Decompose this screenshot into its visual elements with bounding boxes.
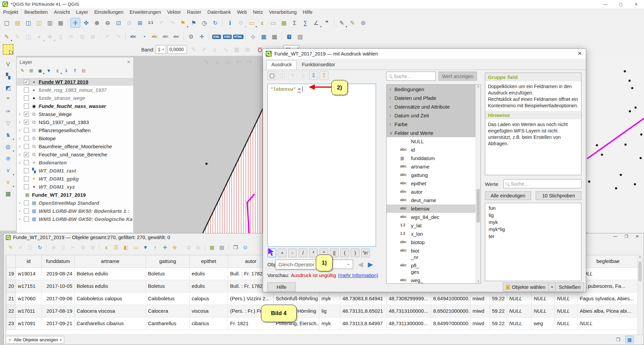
values-search[interactable] — [503, 179, 581, 188]
deselect-all[interactable]: ▭ — [131, 243, 140, 252]
expand-chevron-icon[interactable]: › — [19, 119, 24, 125]
add-vector-tile-layer[interactable]: ∨ — [2, 165, 14, 176]
layer-checkbox[interactable] — [24, 176, 29, 181]
vertex-tool[interactable]: ✚ — [45, 32, 55, 42]
filter-form[interactable]: ▼ — [141, 243, 150, 252]
layer-item[interactable]: › Feuchte_und_nasse_Bereiche — [17, 150, 133, 158]
filter-legend[interactable]: ▼ — [45, 67, 53, 75]
select-features-button[interactable]: εObjekte wählen ▼ — [503, 282, 556, 292]
layer-item[interactable]: Funde_feucht_nass_wasser — [17, 102, 133, 110]
previous-feature-icon[interactable]: ◀ — [358, 260, 363, 268]
plugin-extra[interactable]: ▨ — [295, 32, 305, 42]
operator-button[interactable]: - — [288, 248, 297, 257]
minimize-icon[interactable]: — — [598, 0, 613, 8]
field-item[interactable]: wgs_84_dec — [387, 213, 481, 221]
raster-add[interactable]: ⊞ — [242, 44, 253, 54]
kml-export[interactable]: KML — [212, 32, 222, 42]
add-wms-layer[interactable]: ◍ — [2, 141, 14, 152]
invert-selection[interactable]: ◧ — [121, 243, 130, 252]
paste-layer[interactable]: ⊞ — [194, 243, 203, 252]
layer-checkbox[interactable] — [24, 217, 29, 222]
column-header[interactable]: begleitbae — [578, 255, 638, 267]
measure[interactable]: ∠ — [311, 18, 321, 28]
next-feature-icon[interactable]: ▶ — [368, 260, 373, 268]
mesh-tools[interactable]: ▩ — [269, 32, 279, 42]
copy-features[interactable]: ⧉ — [78, 243, 87, 252]
menu-item[interactable]: Erweiterungen — [126, 9, 164, 15]
layer-item[interactable]: › WMS LGRB-BW BK50: Bodenkarte 1 : — [17, 207, 133, 215]
form-view[interactable]: ❐ — [614, 336, 622, 343]
function-search-input[interactable] — [394, 74, 435, 79]
remove-layer[interactable]: ⊟ — [80, 67, 88, 75]
save-project-as[interactable]: ◫ — [34, 18, 44, 28]
more-info-link[interactable]: (mehr Information) — [338, 273, 378, 278]
field-item[interactable]: x_lon — [387, 230, 481, 238]
import-expressions[interactable]: ⇩ — [309, 71, 318, 80]
temporal-controller[interactable]: ◷ — [199, 18, 210, 28]
zoom-to-selection[interactable]: ⊙ — [124, 18, 134, 28]
zoom-to-selection[interactable]: ⊕ — [170, 243, 179, 252]
table-view[interactable]: ▦ — [625, 336, 634, 343]
save-project[interactable]: ◫ — [23, 18, 33, 28]
expand-chevron-icon[interactable]: › — [19, 144, 24, 149]
operator-button[interactable]: ( — [340, 248, 349, 257]
field-item[interactable]: artname — [387, 162, 481, 171]
georeferencer[interactable]: ✛ — [197, 32, 207, 42]
field-item[interactable]: deut_name — [387, 196, 481, 204]
layer-checkbox[interactable] — [24, 104, 29, 109]
layer-item[interactable]: Funde_WT_2017_2019 — [17, 191, 133, 199]
add-group[interactable]: ⊞ — [27, 67, 35, 75]
values-search-input[interactable] — [511, 181, 581, 187]
field-calculator[interactable]: Σ — [290, 18, 300, 28]
layer-item[interactable]: WT_DGM1_gpkg — [17, 175, 133, 183]
expand-chevron-icon[interactable]: › — [19, 152, 24, 157]
pan-map[interactable]: ✛ — [70, 18, 80, 28]
new-spatialite-layer[interactable]: ▽ — [2, 118, 14, 129]
layer-checkbox[interactable] — [24, 120, 29, 125]
expand-chevron-icon[interactable]: › — [19, 111, 24, 117]
all-unique-button[interactable]: Alle eindeutigen — [485, 191, 531, 200]
paste-features[interactable]: ⊞ — [88, 32, 98, 42]
close-icon[interactable]: ✕ — [577, 50, 582, 56]
layer-item[interactable]: funde_nsg_1983_minus_1937 — [17, 86, 133, 94]
table-row[interactable]: 22w17011 2017-08-19Calocera viscosa Calo… — [6, 305, 638, 317]
new-bookmark[interactable]: ⚑ — [178, 18, 188, 28]
menu-item[interactable]: Vektor — [164, 9, 184, 15]
layout-manager[interactable]: ▦ — [55, 18, 66, 28]
field-item[interactable]: biot _nr — [387, 246, 481, 261]
pan-to-selection[interactable]: ✜ — [81, 18, 91, 28]
raster-table[interactable]: ▦ — [232, 44, 242, 54]
field-item[interactable]: epithet — [387, 179, 481, 188]
expand-chevron-icon[interactable]: › — [19, 160, 24, 165]
deselect-all[interactable]: ▭ — [268, 18, 278, 28]
operator-button[interactable]: ) — [351, 248, 359, 257]
html-export[interactable]: HTML — [233, 32, 243, 42]
grid-tools[interactable]: ▦ — [259, 32, 269, 42]
new-print-layout[interactable]: ▥ — [45, 18, 55, 28]
function-group[interactable]: ›Bedingungen — [387, 85, 481, 93]
label-undo[interactable]: ↶ — [234, 57, 244, 67]
function-group-expanded[interactable]: ∨Felder und Werte — [387, 128, 481, 137]
zoom-full[interactable]: ⊡ — [113, 18, 123, 28]
field-item[interactable]: id — [387, 146, 481, 154]
menu-item[interactable]: Raster — [184, 9, 204, 15]
layer-item[interactable]: › Bodenarten — [17, 158, 133, 166]
expand-all[interactable]: ⇓ — [62, 67, 70, 75]
layer-item[interactable]: funde_strasse_wege — [17, 94, 133, 102]
layer-checkbox[interactable] — [24, 144, 29, 149]
function-group[interactable]: ›Datensätze und Attribute — [387, 102, 481, 111]
close-icon[interactable]: ✕ — [636, 234, 639, 239]
menu-item[interactable]: Datenbank — [204, 9, 234, 15]
column-header[interactable]: artname — [75, 255, 146, 267]
save-layer-edits[interactable]: ◫ — [23, 32, 33, 42]
operator-button[interactable]: '\n' — [361, 248, 370, 257]
new-expression[interactable]: ▢ — [267, 71, 276, 80]
db-manager[interactable]: ⊜ — [358, 18, 368, 28]
add-feature[interactable]: ⊕ — [49, 243, 58, 252]
new-annotation[interactable]: ✎ — [337, 18, 347, 28]
select-features[interactable]: ▭ — [247, 18, 257, 28]
tree-scrollbar[interactable]: ∧∨ — [476, 85, 481, 283]
style-manager[interactable]: ✎ — [347, 18, 357, 28]
open-attribute-table[interactable]: ▦ — [279, 18, 289, 28]
layer-item[interactable]: › Baumfreie_offene_Moorbereiche — [17, 142, 133, 150]
